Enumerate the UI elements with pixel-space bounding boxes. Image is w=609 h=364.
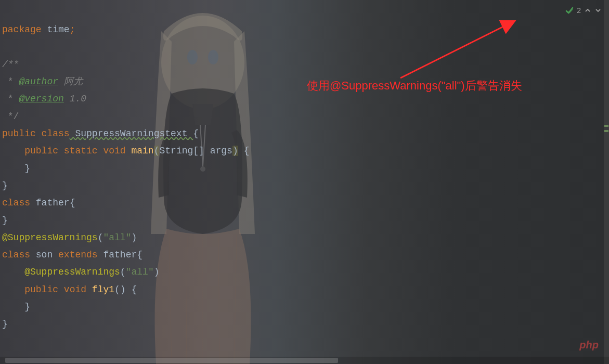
doc-comment-open: /** bbox=[2, 59, 19, 70]
paren-open: ( bbox=[154, 146, 160, 156]
method-name: main bbox=[126, 146, 154, 156]
inspection-toolbar: 2 bbox=[565, 6, 602, 15]
paren: ( bbox=[120, 267, 126, 277]
keyword: public void bbox=[24, 284, 86, 295]
brace-close: } bbox=[2, 215, 8, 226]
method-name: fly1 bbox=[86, 284, 114, 295]
keyword: class bbox=[2, 198, 30, 208]
doc-author-tag: @author bbox=[19, 76, 58, 87]
keyword: package bbox=[2, 24, 42, 35]
package-name: time bbox=[42, 24, 70, 35]
indent bbox=[2, 267, 24, 277]
brace: { bbox=[193, 128, 199, 139]
annotation-text: 使用@SuppressWarnings("all")后警告消失 bbox=[307, 78, 522, 94]
annotation: @SuppressWarnings bbox=[2, 232, 98, 243]
keyword: class bbox=[2, 250, 30, 260]
parens: () bbox=[114, 284, 131, 295]
brace: { bbox=[238, 146, 250, 156]
brace-close: } bbox=[2, 319, 8, 329]
keyword: public static void bbox=[24, 146, 125, 156]
brace-close: } bbox=[2, 302, 30, 312]
brace: { bbox=[131, 284, 137, 295]
paren-close: ) bbox=[232, 146, 238, 156]
inspection-count[interactable]: 2 bbox=[577, 6, 581, 15]
watermark-p1: php bbox=[579, 339, 599, 350]
gutter-mark[interactable] bbox=[604, 125, 608, 127]
gutter-mark[interactable] bbox=[604, 130, 608, 132]
class-name: father{ bbox=[30, 198, 75, 208]
paren: ) bbox=[131, 232, 137, 243]
paren: ) bbox=[154, 267, 160, 277]
doc-version-tag: @version bbox=[19, 94, 63, 104]
paren: ( bbox=[98, 232, 103, 243]
scrollbar-thumb[interactable] bbox=[5, 358, 338, 363]
semicolon: ; bbox=[70, 24, 75, 35]
inspection-ok-icon[interactable] bbox=[565, 6, 574, 15]
super-class: father{ bbox=[98, 250, 142, 260]
next-highlight-button[interactable] bbox=[594, 7, 602, 14]
indent bbox=[2, 146, 24, 156]
indent bbox=[2, 284, 24, 295]
brace-close: } bbox=[2, 163, 30, 174]
string: "all" bbox=[103, 232, 131, 243]
class-name: son bbox=[30, 250, 58, 260]
doc-comment-close: */ bbox=[2, 111, 19, 122]
doc-author-value: 阿尤 bbox=[58, 76, 83, 87]
prev-highlight-button[interactable] bbox=[584, 7, 591, 14]
params: String[] args bbox=[159, 146, 232, 156]
error-stripe-gutter[interactable] bbox=[604, 0, 609, 364]
keyword: extends bbox=[58, 250, 98, 260]
keyword: public class bbox=[2, 128, 70, 139]
horizontal-scrollbar[interactable] bbox=[0, 357, 609, 364]
code-editor[interactable]: package time; /** * @author 阿尤 * @versio… bbox=[0, 0, 609, 364]
doc-version-value: 1.0 bbox=[64, 94, 86, 104]
class-name: SuppressWarningstext bbox=[70, 128, 193, 139]
doc-star: * bbox=[2, 76, 19, 87]
doc-star: * bbox=[2, 94, 19, 104]
watermark: php bbox=[579, 339, 599, 351]
brace-close: } bbox=[2, 180, 8, 191]
string: "all" bbox=[126, 267, 154, 277]
annotation-arrow bbox=[364, 16, 536, 88]
code-content[interactable]: package time; /** * @author 阿尤 * @versio… bbox=[2, 4, 249, 350]
svg-line-4 bbox=[400, 21, 515, 78]
annotation: @SuppressWarnings bbox=[24, 267, 120, 277]
